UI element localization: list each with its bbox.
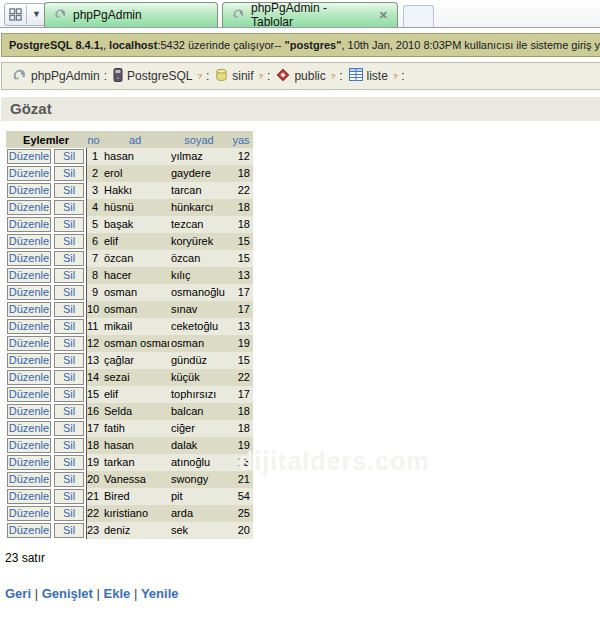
cell-ad: osman bbox=[101, 301, 169, 318]
delete-button[interactable]: Sil bbox=[54, 302, 84, 317]
column-header-no[interactable]: no bbox=[86, 134, 101, 146]
delete-button[interactable]: Sil bbox=[54, 217, 84, 232]
delete-button[interactable]: Sil bbox=[54, 268, 84, 283]
delete-button[interactable]: Sil bbox=[54, 285, 84, 300]
cell-no: 20 bbox=[86, 471, 101, 488]
delete-button[interactable]: Sil bbox=[54, 506, 84, 521]
edit-button[interactable]: Düzenle bbox=[7, 200, 51, 215]
edit-button[interactable]: Düzenle bbox=[7, 217, 51, 232]
delete-button[interactable]: Sil bbox=[54, 387, 84, 402]
edit-cell: Düzenle bbox=[6, 454, 53, 471]
breadcrumb-label[interactable]: sinif bbox=[232, 69, 253, 83]
breadcrumb-label[interactable]: liste bbox=[367, 69, 388, 83]
breadcrumb-label[interactable]: PostgreSQL bbox=[127, 69, 192, 83]
edit-button[interactable]: Düzenle bbox=[7, 370, 51, 385]
delete-button[interactable]: Sil bbox=[54, 319, 84, 334]
breadcrumb-item-server[interactable]: PostgreSQL?: bbox=[113, 68, 209, 85]
cell-yas: 54 bbox=[229, 488, 253, 505]
help-link[interactable]: ? bbox=[197, 72, 201, 81]
breadcrumb-label[interactable]: public bbox=[294, 69, 325, 83]
footer-link-3[interactable]: Yenile bbox=[141, 586, 179, 601]
help-link[interactable]: ? bbox=[259, 72, 263, 81]
edit-button[interactable]: Düzenle bbox=[7, 404, 51, 419]
edit-button[interactable]: Düzenle bbox=[7, 285, 51, 300]
delete-button[interactable]: Sil bbox=[54, 438, 84, 453]
edit-button[interactable]: Düzenle bbox=[7, 523, 51, 538]
link-separator: | bbox=[130, 586, 141, 601]
table-row: Düzenle Sil 19 tarkan atınoğlu 13 bbox=[6, 454, 253, 471]
edit-button[interactable]: Düzenle bbox=[7, 387, 51, 402]
edit-button[interactable]: Düzenle bbox=[7, 319, 51, 334]
help-link[interactable]: ? bbox=[393, 72, 397, 81]
delete-button[interactable]: Sil bbox=[54, 353, 84, 368]
breadcrumb-label[interactable]: phpPgAdmin bbox=[31, 69, 100, 83]
tab-list-control[interactable]: ▼ bbox=[4, 3, 47, 26]
edit-button[interactable]: Düzenle bbox=[7, 251, 51, 266]
edit-cell: Düzenle bbox=[6, 437, 53, 454]
delete-button[interactable]: Sil bbox=[54, 183, 84, 198]
cell-no: 16 bbox=[86, 403, 101, 420]
delete-button[interactable]: Sil bbox=[54, 166, 84, 181]
all-tabs-grid-icon[interactable] bbox=[5, 6, 26, 23]
edit-button[interactable]: Düzenle bbox=[7, 302, 51, 317]
footer-link-0[interactable]: Geri bbox=[5, 586, 31, 601]
delete-button[interactable]: Sil bbox=[54, 251, 84, 266]
delete-button[interactable]: Sil bbox=[54, 149, 84, 164]
column-header-soyad[interactable]: soyad bbox=[169, 134, 229, 146]
delete-button[interactable]: Sil bbox=[54, 200, 84, 215]
help-link[interactable]: ? bbox=[331, 72, 335, 81]
column-header-yas[interactable]: yas bbox=[229, 134, 253, 146]
delete-button[interactable]: Sil bbox=[54, 336, 84, 351]
edit-button[interactable]: Düzenle bbox=[7, 166, 51, 181]
footer-link-1[interactable]: Genişlet bbox=[42, 586, 93, 601]
browser-tab-phppgadmin[interactable]: phpPgAdmin bbox=[44, 2, 218, 27]
column-header-ad[interactable]: ad bbox=[101, 134, 169, 146]
edit-button[interactable]: Düzenle bbox=[7, 438, 51, 453]
edit-button[interactable]: Düzenle bbox=[7, 421, 51, 436]
breadcrumb-colon: : bbox=[339, 69, 342, 83]
cell-ad: hasan bbox=[101, 437, 169, 454]
chevron-down-icon[interactable]: ▼ bbox=[26, 5, 46, 24]
table-row: Düzenle Sil 22 kıristiano arda 25 bbox=[6, 505, 253, 522]
delete-button[interactable]: Sil bbox=[54, 421, 84, 436]
edit-button[interactable]: Düzenle bbox=[7, 183, 51, 198]
edit-button[interactable]: Düzenle bbox=[7, 336, 51, 351]
edit-button[interactable]: Düzenle bbox=[7, 149, 51, 164]
delete-button[interactable]: Sil bbox=[54, 455, 84, 470]
cell-soyad: osmanoğlu bbox=[169, 284, 229, 301]
close-icon[interactable]: ✕ bbox=[371, 9, 388, 22]
database-icon bbox=[215, 68, 228, 85]
edit-cell: Düzenle bbox=[6, 318, 53, 335]
cell-yas: 18 bbox=[229, 216, 253, 233]
breadcrumb-item-table[interactable]: liste?: bbox=[349, 68, 405, 84]
edit-button[interactable]: Düzenle bbox=[7, 455, 51, 470]
edit-cell: Düzenle bbox=[6, 471, 53, 488]
browser-tab-tablolar[interactable]: phpPgAdmin - Tablolar ✕ bbox=[222, 2, 398, 27]
cell-soyad: dalak bbox=[169, 437, 229, 454]
breadcrumb-item-database[interactable]: sinif?: bbox=[215, 68, 270, 85]
breadcrumb-item-phppgadmin[interactable]: phpPgAdmin: bbox=[12, 67, 107, 85]
delete-button[interactable]: Sil bbox=[54, 489, 84, 504]
cell-no: 19 bbox=[86, 454, 101, 471]
edit-button[interactable]: Düzenle bbox=[7, 472, 51, 487]
edit-button[interactable]: Düzenle bbox=[7, 234, 51, 249]
footer-link-2[interactable]: Ekle bbox=[104, 586, 131, 601]
delete-button[interactable]: Sil bbox=[54, 370, 84, 385]
edit-button[interactable]: Düzenle bbox=[7, 268, 51, 283]
cell-ad: tarkan bbox=[101, 454, 169, 471]
delete-button[interactable]: Sil bbox=[54, 234, 84, 249]
cell-ad: sezai bbox=[101, 369, 169, 386]
delete-button[interactable]: Sil bbox=[54, 523, 84, 538]
new-tab-stub[interactable] bbox=[403, 5, 434, 27]
breadcrumb-item-schema[interactable]: public?: bbox=[276, 68, 342, 85]
data-table: Eylemler no ad soyad yas Düzenle Sil 1 h… bbox=[6, 131, 253, 539]
edit-button[interactable]: Düzenle bbox=[7, 506, 51, 521]
edit-button[interactable]: Düzenle bbox=[7, 353, 51, 368]
delete-button[interactable]: Sil bbox=[54, 404, 84, 419]
table-row: Düzenle Sil 7 özcan özcan 15 bbox=[6, 250, 253, 267]
delete-button[interactable]: Sil bbox=[54, 472, 84, 487]
cell-soyad: sek bbox=[169, 522, 229, 539]
edit-cell: Düzenle bbox=[6, 284, 53, 301]
edit-button[interactable]: Düzenle bbox=[7, 489, 51, 504]
cell-yas: 18 bbox=[229, 199, 253, 216]
